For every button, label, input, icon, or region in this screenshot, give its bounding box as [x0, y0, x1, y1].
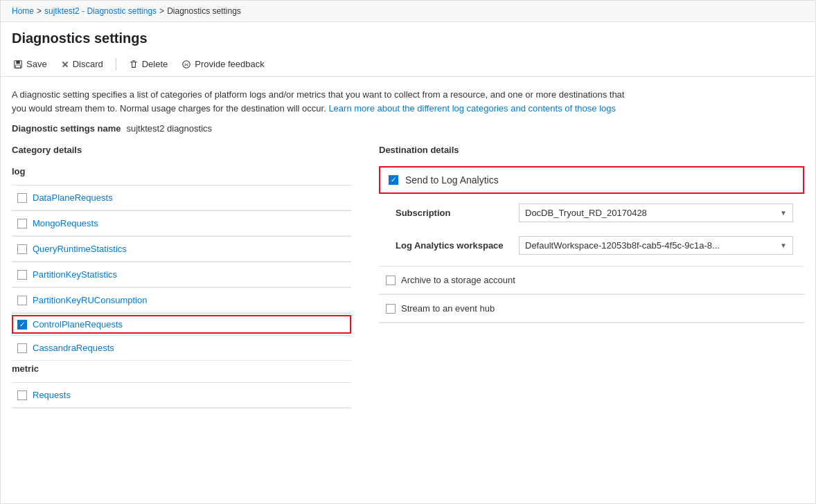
settings-name-row: Diagnostic settings name sujtktest2 diag…	[12, 123, 804, 134]
list-item: MongoRequests	[12, 211, 351, 236]
control-plane-checkbox[interactable]	[17, 320, 27, 330]
partition-key-ru-label: PartitionKeyRUConsumption	[33, 295, 147, 305]
breadcrumb-parent[interactable]: sujtktest2 - Diagnostic settings	[44, 6, 157, 16]
stream-event-hub-row: Stream to an event hub	[379, 295, 804, 323]
stream-event-hub-label: Stream to an event hub	[401, 303, 495, 314]
delete-button[interactable]: Delete	[127, 56, 170, 72]
list-item: PartitionKeyRUConsumption	[12, 288, 351, 313]
delete-label: Delete	[142, 59, 168, 69]
subscription-label: Subscription	[396, 208, 513, 218]
archive-storage-checkbox[interactable]	[386, 276, 396, 285]
toolbar-separator	[116, 58, 116, 71]
save-button[interactable]: Save	[12, 56, 48, 72]
breadcrumb-sep2: >	[159, 6, 164, 16]
discard-icon	[61, 60, 69, 69]
svg-point-5	[187, 63, 188, 64]
settings-name-label: Diagnostic settings name	[12, 123, 121, 134]
two-col-layout: Category details log DataPlaneRequests M…	[12, 145, 804, 408]
requests-metric-label: Requests	[33, 390, 71, 400]
query-runtime-label: QueryRuntimeStatistics	[33, 244, 127, 254]
list-item: PartitionKeyStatistics	[12, 262, 351, 287]
page-container: Home > sujtktest2 - Diagnostic settings …	[0, 0, 816, 504]
send-log-analytics-label: Send to Log Analytics	[405, 174, 499, 186]
partition-key-ru-checkbox[interactable]	[17, 296, 27, 305]
svg-rect-2	[16, 64, 21, 67]
log-analytics-dropdown-icon: ▼	[780, 242, 787, 249]
breadcrumb-sep1: >	[37, 6, 42, 16]
archive-storage-row: Archive to a storage account	[379, 267, 804, 294]
send-to-log-analytics-highlighted: Send to Log Analytics	[379, 166, 804, 194]
destination-details-header: Destination details	[379, 145, 804, 155]
feedback-label: Provide feedback	[195, 59, 264, 69]
log-analytics-workspace-row: Log Analytics workspace DefaultWorkspace…	[379, 229, 804, 266]
send-log-analytics-checkbox[interactable]	[389, 175, 398, 185]
description-link[interactable]: Learn more about the different log categ…	[328, 103, 616, 114]
control-plane-label: ControlPlaneRequests	[33, 319, 123, 330]
save-label: Save	[26, 59, 47, 69]
cassandra-requests-checkbox[interactable]	[17, 343, 27, 353]
log-section-label: log	[12, 163, 351, 179]
left-column: Category details log DataPlaneRequests M…	[12, 145, 365, 408]
main-content: A diagnostic setting specifies a list of…	[1, 77, 815, 420]
right-column: Destination details Send to Log Analytic…	[365, 145, 804, 408]
log-analytics-label: Log Analytics workspace	[396, 240, 513, 251]
description-text: A diagnostic setting specifies a list of…	[12, 88, 635, 115]
data-plane-checkbox[interactable]	[17, 193, 27, 203]
archive-storage-label: Archive to a storage account	[401, 275, 515, 285]
breadcrumb-home[interactable]: Home	[12, 6, 34, 16]
list-item: CassandraRequests	[12, 336, 351, 361]
feedback-button[interactable]: Provide feedback	[180, 56, 265, 72]
log-analytics-workspace-select[interactable]: DefaultWorkspace-12053b8f-cab5-4f5c-9c1a…	[519, 236, 793, 255]
stream-event-hub-checkbox[interactable]	[386, 304, 396, 314]
mongo-requests-checkbox[interactable]	[17, 219, 27, 228]
mongo-requests-label: MongoRequests	[33, 218, 98, 228]
log-analytics-workspace-value: DefaultWorkspace-12053b8f-cab5-4f5c-9c1a…	[525, 240, 777, 251]
page-title: Diagnostics settings	[1, 22, 815, 52]
control-plane-highlighted-row: ControlPlaneRequests	[12, 315, 351, 334]
discard-button[interactable]: Discard	[60, 56, 105, 72]
cassandra-requests-label: CassandraRequests	[33, 343, 114, 353]
breadcrumb-current: Diagnostics settings	[167, 6, 241, 16]
subscription-dropdown-icon: ▼	[780, 209, 787, 217]
list-item: QueryRuntimeStatistics	[12, 237, 351, 262]
toolbar: Save Discard Delete Provide feedback	[1, 52, 815, 77]
save-icon	[13, 60, 23, 69]
subscription-select-value: DocDB_Tryout_RD_20170428	[525, 208, 777, 218]
subscription-select[interactable]: DocDB_Tryout_RD_20170428 ▼	[519, 204, 793, 222]
subscription-row: Subscription DocDB_Tryout_RD_20170428 ▼	[379, 194, 804, 229]
settings-name-value: sujtktest2 diagnostics	[126, 123, 212, 134]
discard-label: Discard	[73, 59, 103, 69]
query-runtime-checkbox[interactable]	[17, 244, 27, 254]
requests-metric-checkbox[interactable]	[17, 390, 27, 400]
list-item: Requests	[12, 383, 351, 408]
data-plane-label: DataPlaneRequests	[33, 192, 113, 203]
svg-point-4	[185, 63, 186, 64]
feedback-icon	[181, 60, 191, 69]
delete-icon	[129, 60, 139, 69]
breadcrumb: Home > sujtktest2 - Diagnostic settings …	[1, 1, 815, 22]
list-item: DataPlaneRequests	[12, 186, 351, 210]
partition-key-stats-label: PartitionKeyStatistics	[33, 269, 117, 280]
metric-section-label: metric	[12, 361, 351, 377]
partition-key-stats-checkbox[interactable]	[17, 270, 27, 280]
category-details-header: Category details	[12, 145, 351, 155]
svg-rect-1	[16, 60, 19, 63]
